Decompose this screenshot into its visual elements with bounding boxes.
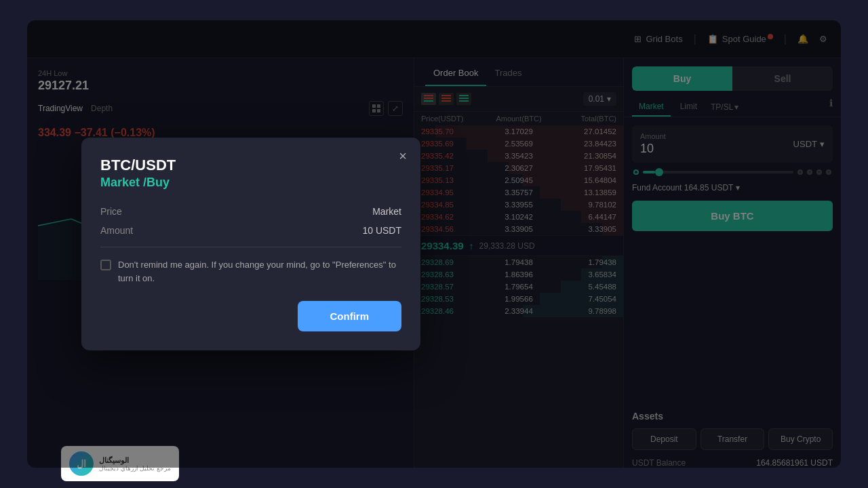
modal-amount-label: Amount: [100, 225, 133, 236]
modal-amount-row: Amount 10 USDT: [100, 225, 401, 236]
modal-checkbox-text: Don't remind me again. If you change you…: [118, 258, 401, 285]
modal-price-row: Price Market: [100, 206, 401, 217]
modal-divider: [100, 247, 401, 247]
modal-checkbox-row: Don't remind me again. If you change you…: [100, 258, 401, 285]
modal-price-label: Price: [100, 206, 122, 217]
modal-close-button[interactable]: ×: [399, 148, 407, 164]
modal-amount-value: 10 USDT: [362, 225, 401, 236]
modal-pair: BTC/USDT: [100, 157, 401, 174]
modal-overlay: × BTC/USDT Market /Buy Price Market Amou…: [27, 20, 841, 468]
modal-action: Market /Buy: [100, 176, 401, 190]
main-container: ⊞ Grid Bots | 📋 Spot Guide | 🔔 ⚙ 24H Low…: [27, 20, 841, 468]
confirm-modal: × BTC/USDT Market /Buy Price Market Amou…: [81, 138, 420, 350]
modal-price-value: Market: [372, 206, 401, 217]
confirm-button[interactable]: Confirm: [298, 301, 402, 331]
modal-checkbox[interactable]: [100, 260, 111, 270]
